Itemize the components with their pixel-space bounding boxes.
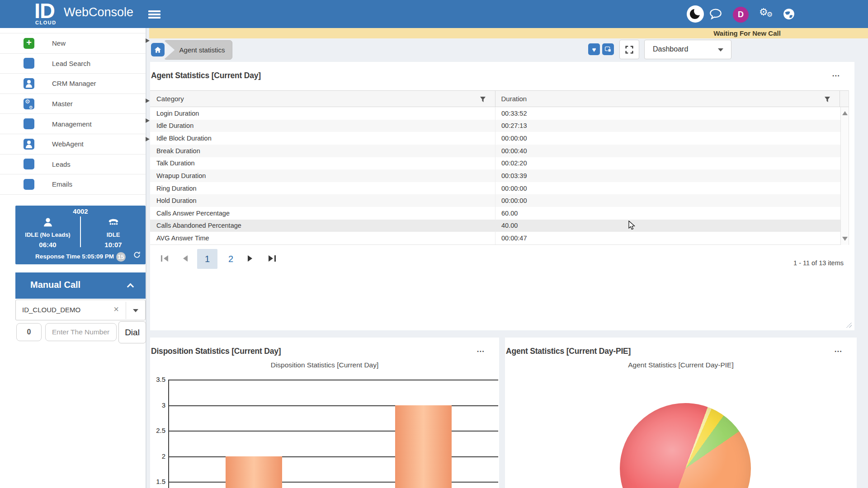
sidebar: New Lead Search CRM Manager Master Manag… [0, 28, 146, 488]
campaign-value: ID_CLOUD_DEMO [22, 306, 80, 314]
home-icon [154, 46, 162, 54]
prefix-field[interactable] [16, 323, 42, 341]
favorite-button[interactable]: ♥ [588, 43, 600, 55]
campaign-select[interactable]: ID_CLOUD_DEMO × [15, 300, 146, 320]
scroll-up-icon[interactable] [842, 111, 848, 115]
response-time-label: Response Time 5:05:09 PM [35, 253, 114, 260]
table-row[interactable]: Calls Answer Percentage 60.00 [150, 207, 849, 220]
disposition-statistics-panel: Disposition Statistics [Current Day] ...… [150, 338, 499, 488]
splitter-handle[interactable] [146, 137, 150, 141]
previous-page-button[interactable] [183, 255, 188, 262]
category-cell: Hold Duration [150, 197, 495, 204]
hamburger-menu-icon[interactable] [148, 10, 160, 19]
logo-sub: CLOUD [35, 20, 57, 25]
phone-state-icon [107, 216, 120, 228]
first-page-button[interactable] [161, 255, 168, 262]
table-row[interactable]: Ring Duration 00:00:00 [150, 182, 849, 195]
sidebar-item-emails[interactable]: Emails [0, 174, 146, 195]
page-button-2[interactable]: 2 [221, 249, 241, 269]
table-row[interactable]: Idle Duration 00:27:13 [150, 120, 849, 132]
pie-chart-title: Agent Statistics [Current Day-PIE] [505, 361, 857, 369]
chevron-down-icon[interactable] [133, 309, 138, 312]
next-page-button[interactable] [248, 255, 252, 262]
bar-2[interactable] [395, 405, 452, 488]
dark-mode-button[interactable] [687, 5, 704, 23]
category-cell: Talk Duration [150, 160, 495, 167]
sidebar-item-master[interactable]: Master [0, 94, 146, 114]
agent-person-icon [42, 216, 54, 228]
last-page-button[interactable] [269, 255, 276, 262]
table-row[interactable]: Login Duration 00:33:52 [150, 107, 849, 120]
bar-chart-plot: 3.532.521.5 [150, 338, 499, 488]
plus-icon [24, 38, 34, 49]
gear-icon-small: ⚙ [767, 10, 773, 19]
new-window-button[interactable] [602, 43, 614, 55]
phone-state-label: IDLE [81, 231, 146, 238]
sidebar-item-management[interactable]: Management [0, 114, 146, 134]
sidebar-item-label: Emails [52, 180, 72, 188]
y-tick-label: 3 [150, 401, 165, 409]
sidebar-item-label: WebAgent [52, 140, 84, 148]
table-row[interactable]: Hold Duration 00:00:00 [150, 194, 849, 207]
settings-button[interactable]: ⚙ ⚙ [759, 6, 776, 22]
splitter-handle[interactable] [146, 99, 150, 103]
table-row[interactable]: Wrapup Duration 00:03:39 [150, 169, 849, 182]
chat-button[interactable] [708, 7, 723, 21]
duration-cell: 00:00:00 [495, 132, 832, 145]
bar-1[interactable] [226, 456, 282, 488]
column-header-duration[interactable]: Duration [495, 91, 840, 107]
splitter-handle[interactable] [146, 118, 150, 123]
window-icon [604, 46, 612, 53]
table-row[interactable]: Talk Duration 00:02:20 [150, 157, 849, 170]
home-button[interactable] [151, 43, 165, 56]
tab-agent-statistics[interactable]: Agent statistics [164, 40, 232, 60]
splitter-handle[interactable] [146, 38, 150, 43]
resize-grip[interactable] [846, 322, 852, 328]
sidebar-item-webagent[interactable]: WebAgent [0, 134, 146, 155]
square-icon [24, 58, 34, 69]
ellipsis-menu-icon[interactable]: ... [835, 347, 842, 352]
fullscreen-button[interactable] [619, 40, 639, 59]
sidebar-item-leads[interactable]: Leads [0, 155, 146, 175]
category-cell: Break Duration [150, 147, 495, 155]
filter-icon[interactable] [480, 96, 486, 104]
refresh-button[interactable] [133, 251, 141, 259]
user-avatar[interactable]: D [733, 7, 749, 23]
chevron-up-icon [127, 283, 134, 291]
globe-icon [782, 7, 796, 21]
agent-state-timer: 06:40 [15, 241, 80, 249]
table-row[interactable]: Break Duration 00:00:40 [150, 145, 849, 157]
table-row[interactable]: AVG Answer Time 00:00:47 [150, 232, 849, 244]
language-button[interactable] [782, 7, 796, 21]
vertical-scrollbar[interactable] [840, 107, 849, 245]
sidebar-menu: New Lead Search CRM Manager Master Manag… [0, 33, 146, 195]
phone-number-input[interactable] [45, 323, 117, 341]
scroll-down-icon[interactable] [842, 237, 848, 241]
table-body: Login Duration 00:33:52 Idle Duration 00… [150, 107, 849, 245]
sidebar-item-new[interactable]: New [0, 33, 146, 54]
agent-statistics-panel: Agent Statistics [Current Day] ... Categ… [150, 62, 854, 330]
dashboard-selector[interactable]: Dashboard [644, 40, 731, 59]
ellipsis-menu-icon[interactable]: ... [832, 72, 840, 76]
mouse-cursor [628, 221, 636, 230]
column-header-category[interactable]: Category [150, 91, 495, 107]
sidebar-item-crm-manager[interactable]: CRM Manager [0, 74, 146, 94]
y-tick-label: 1.5 [150, 478, 165, 485]
sidebar-item-lead-search[interactable]: Lead Search [0, 54, 146, 74]
table-row[interactable]: Calls Abandoned Percentage 40.00 [150, 220, 849, 232]
pagination-info: 1 - 11 of 13 items [793, 259, 844, 267]
agent-id: 4002 [15, 207, 146, 215]
pie[interactable] [620, 403, 751, 488]
clear-icon[interactable]: × [113, 304, 119, 314]
sidebar-item-label: Lead Search [52, 60, 90, 67]
sidebar-item-label: Leads [52, 160, 71, 168]
page-button-1[interactable]: 1 [197, 249, 217, 269]
grid-header: Category Duration [150, 90, 849, 107]
heart-icon: ♥ [592, 46, 596, 53]
phone-state-timer: 10:07 [81, 241, 146, 249]
manual-call-header[interactable]: Manual Call [15, 272, 146, 299]
table-row[interactable]: Idle Block Duration 00:00:00 [150, 132, 849, 145]
filter-icon[interactable] [824, 96, 830, 104]
dial-button[interactable]: Dial [118, 321, 146, 343]
y-tick-label: 3.5 [150, 375, 165, 383]
